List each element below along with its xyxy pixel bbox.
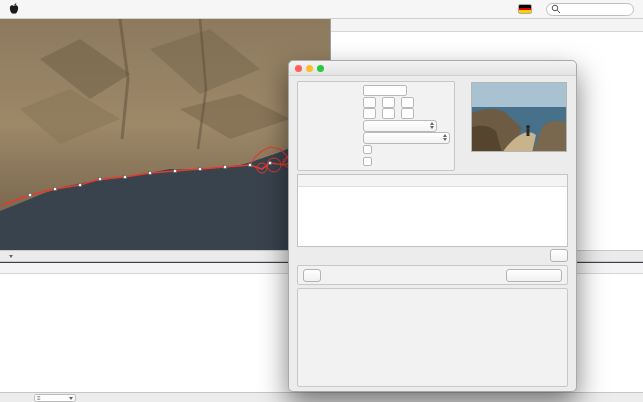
batch-processing-group — [297, 265, 568, 285]
preview-photo — [471, 82, 567, 152]
map-area[interactable] — [0, 19, 330, 250]
time-zone-input[interactable] — [363, 85, 407, 96]
batch-options-button[interactable] — [303, 269, 321, 282]
menu-bar — [0, 0, 643, 19]
shift-month-input[interactable] — [382, 97, 395, 108]
menu-bar-status-area — [511, 3, 634, 16]
search-icon — [551, 4, 561, 14]
shift-day-input[interactable] — [401, 97, 414, 108]
spotlight-search[interactable] — [546, 3, 634, 16]
shift-year-input[interactable] — [363, 97, 376, 108]
dialog-body — [289, 76, 576, 391]
photo-table-header — [331, 19, 643, 32]
close-button[interactable] — [295, 65, 302, 72]
geotag-mode-select[interactable] — [363, 132, 450, 144]
shift-mode-select[interactable] — [363, 120, 437, 132]
minimize-button[interactable] — [306, 65, 313, 72]
map-canvas[interactable] — [0, 19, 330, 250]
list-icon: ≡ — [37, 395, 41, 401]
start-button[interactable] — [506, 269, 562, 282]
shift-second-input[interactable] — [401, 108, 414, 119]
options-group — [297, 81, 455, 171]
pool-photos-header — [298, 175, 567, 187]
location-group — [297, 288, 568, 387]
pool-photos-table — [297, 174, 568, 247]
shift-minute-input[interactable] — [382, 108, 395, 119]
apple-menu-icon[interactable] — [9, 3, 19, 15]
chevron-down-icon — [69, 397, 73, 400]
auto-find-tracks-checkbox[interactable] — [363, 157, 372, 166]
status-bar: ≡ — [0, 392, 643, 402]
chevron-updown-icon — [443, 134, 447, 141]
map-type-select[interactable] — [6, 255, 13, 258]
pool-of-photos-dialog — [288, 60, 577, 392]
clear-list-button[interactable] — [550, 249, 568, 262]
input-source-flag-icon[interactable] — [518, 4, 532, 14]
search-input[interactable] — [563, 4, 625, 14]
shift-hour-input[interactable] — [363, 108, 376, 119]
dialog-titlebar[interactable] — [289, 61, 576, 76]
chevron-updown-icon — [430, 122, 434, 129]
list-options-select[interactable]: ≡ — [34, 394, 76, 402]
chevron-down-icon — [9, 255, 13, 258]
zoom-button[interactable] — [317, 65, 324, 72]
center-map-checkbox[interactable] — [363, 145, 372, 154]
